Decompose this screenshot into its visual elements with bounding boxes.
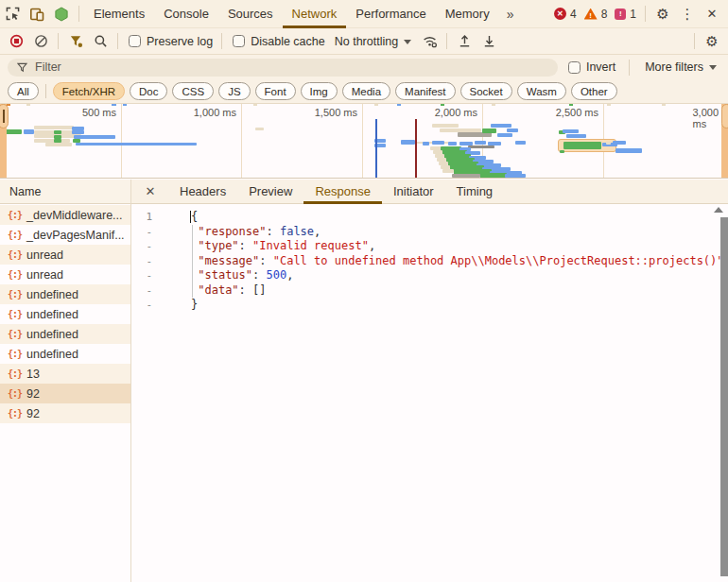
detail-tab-response[interactable]: Response (303, 180, 382, 204)
close-details-icon[interactable]: ✕ (138, 184, 163, 198)
warning-badge-icon[interactable]: ! (584, 9, 598, 20)
code-line: -} (131, 298, 728, 313)
waterfall-bar (423, 142, 429, 146)
preserve-log-label: Preserve log (147, 35, 213, 48)
preserve-log-checkbox[interactable] (129, 35, 141, 47)
settings-gear-icon[interactable]: ⚙ (650, 2, 675, 26)
waterfall-bar (606, 142, 611, 145)
name-column-header[interactable]: Name (0, 180, 130, 203)
overview-top-tick (607, 104, 611, 106)
record-network-log-icon[interactable] (4, 29, 28, 54)
export-har-icon[interactable] (477, 29, 501, 54)
waterfall-bar (76, 143, 197, 146)
chip-doc[interactable]: Doc (130, 82, 167, 100)
request-row[interactable]: {:}undefined (0, 284, 130, 304)
network-overview[interactable]: 500 ms1,000 ms1,500 ms2,000 ms2,500 ms3,… (0, 104, 728, 179)
overview-top-tick (253, 104, 257, 106)
request-row[interactable]: {:}13 (0, 364, 130, 384)
chip-media[interactable]: Media (342, 82, 390, 100)
waterfall-bar (613, 141, 626, 145)
chip-font[interactable]: Font (255, 82, 296, 100)
invert-checkbox[interactable] (568, 61, 581, 74)
detail-tab-headers[interactable]: Headers (168, 180, 237, 204)
chip-css[interactable]: CSS (172, 82, 214, 100)
overview-right-knob[interactable] (721, 104, 728, 128)
filter-funnel-icon[interactable] (63, 29, 88, 54)
search-icon[interactable] (88, 29, 113, 54)
time-tick-label: 3,000 ms (692, 107, 723, 129)
invert-label: Invert (586, 60, 615, 74)
request-row[interactable]: {:}undefined (0, 324, 130, 344)
detail-tab-timing[interactable]: Timing (445, 180, 505, 204)
waterfall-bar (497, 133, 512, 137)
error-badge-icon[interactable]: ✕ (554, 8, 566, 20)
request-name: undefined (26, 288, 78, 301)
tab-network[interactable]: Network (283, 0, 347, 28)
response-body: 1{- "response": false,- "type": "Invalid… (131, 210, 728, 313)
knob-grip (3, 110, 5, 123)
waterfall-bar (401, 140, 415, 145)
code-text: } (191, 298, 198, 313)
code-line: - "status": 500, (131, 268, 728, 283)
chip-js[interactable]: JS (218, 82, 250, 100)
request-row[interactable]: {:}undefined (0, 304, 130, 324)
request-name: undefined (26, 348, 78, 361)
chip-other[interactable]: Other (571, 82, 617, 100)
inspect-element-icon[interactable] (0, 2, 25, 26)
chip-img[interactable]: Img (301, 82, 338, 100)
more-tabs-icon[interactable]: » (499, 7, 522, 22)
time-tick-label: 1,500 ms (315, 107, 362, 118)
chip-manifest[interactable]: Manifest (395, 82, 455, 100)
vertical-scrollbar[interactable] (720, 217, 728, 576)
tab-elements[interactable]: Elements (84, 0, 154, 28)
extension-hexagon-icon[interactable] (49, 2, 74, 26)
tab-console[interactable]: Console (154, 0, 218, 28)
chip-all[interactable]: All (8, 82, 39, 100)
throttling-value: No throttling (335, 35, 398, 48)
request-row[interactable]: {:}unread (0, 265, 130, 284)
clear-network-log-icon[interactable] (28, 29, 53, 54)
detail-tab-preview[interactable]: Preview (237, 180, 303, 204)
waterfall-bar (566, 134, 586, 138)
chip-fetch-xhr[interactable]: Fetch/XHR (53, 82, 125, 100)
tab-sources[interactable]: Sources (218, 0, 283, 28)
issues-badge-icon[interactable]: ! (615, 9, 626, 20)
disable-cache-checkbox[interactable] (233, 35, 245, 47)
more-filters-dropdown[interactable]: More filters (639, 60, 722, 74)
detail-tab-initiator[interactable]: Initiator (382, 180, 445, 204)
line-number: - (131, 225, 152, 240)
waterfall-bar (507, 128, 518, 132)
request-row[interactable]: {:}undefined (0, 344, 130, 364)
main-tabbar: ElementsConsoleSourcesNetworkPerformance… (0, 0, 728, 28)
json-braces-icon: {:} (8, 230, 22, 240)
close-devtools-icon[interactable]: ✕ (700, 2, 724, 26)
divider (629, 60, 630, 76)
import-har-icon[interactable] (452, 29, 477, 54)
overview-left-knob[interactable] (0, 104, 9, 128)
chip-socket[interactable]: Socket (460, 82, 512, 100)
tab-memory[interactable]: Memory (436, 0, 499, 28)
waterfall-bar (560, 150, 564, 153)
network-settings-gear-icon[interactable]: ⚙ (700, 29, 724, 54)
network-conditions-icon[interactable] (417, 29, 442, 54)
request-row[interactable]: {:}_devMiddleware... (0, 205, 130, 225)
request-name: undefined (26, 308, 78, 321)
json-braces-icon: {:} (8, 408, 22, 419)
device-toolbar-icon[interactable] (25, 2, 49, 26)
overview-top-tick (662, 104, 666, 106)
request-row[interactable]: {:}unread (0, 245, 130, 265)
waterfall-bar (468, 146, 494, 148)
request-row[interactable]: {:}92 (0, 384, 130, 403)
filter-input[interactable]: Filter (8, 59, 558, 77)
throttling-dropdown[interactable]: No throttling (329, 35, 417, 48)
chevron-down-icon (404, 40, 411, 44)
line-number: - (131, 298, 152, 313)
request-row[interactable]: {:}92 (0, 403, 130, 423)
kebab-menu-icon[interactable]: ⋮ (675, 2, 700, 26)
waterfall-bar (563, 142, 601, 149)
scroll-up-arrow-icon[interactable] (714, 207, 723, 213)
code-line: 1{ (131, 210, 728, 225)
request-row[interactable]: {:}_devPagesManif... (0, 225, 130, 245)
chip-wasm[interactable]: Wasm (517, 82, 566, 100)
tab-performance[interactable]: Performance (346, 0, 435, 28)
